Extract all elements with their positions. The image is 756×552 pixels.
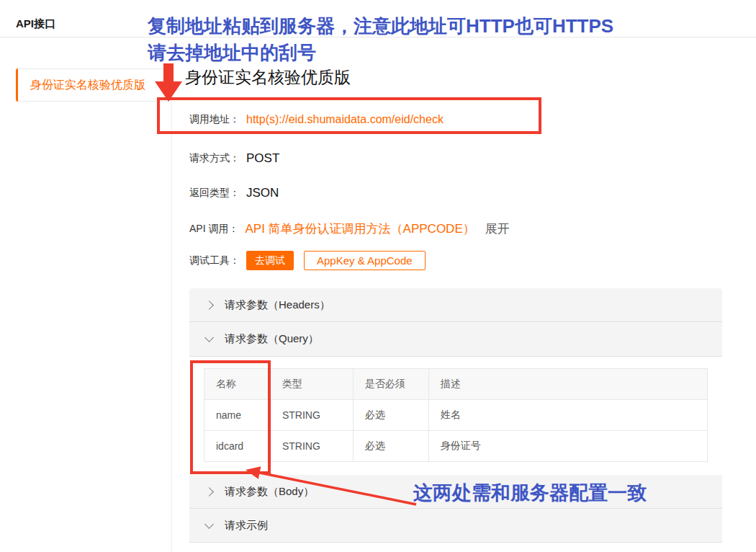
request-url-label: 调用地址： [189, 113, 240, 126]
sidebar-tab-label: 身份证实名核验优质版 [17, 78, 145, 93]
param-name: name [204, 400, 271, 431]
table-row: idcard STRING 必选 身份证号 [204, 431, 708, 462]
api-call-row: API 调用： API 简单身份认证调用方法（APPCODE） 展开 [189, 221, 510, 237]
expand-link[interactable]: 展开 [485, 221, 510, 237]
param-required: 必选 [353, 400, 428, 431]
return-type-row: 返回类型： JSON [189, 186, 279, 200]
param-type: STRING [270, 431, 353, 462]
tab-active-accent [16, 68, 18, 102]
return-type-label: 返回类型： [189, 187, 240, 200]
request-method-value: POST [246, 151, 279, 166]
section-label-query: 请求参数（Query） [225, 332, 319, 346]
col-header-type: 类型 [270, 369, 353, 400]
content-panel-border [171, 69, 172, 552]
table-row: name STRING 必选 姓名 [204, 400, 708, 431]
query-params-table: 名称 类型 是否必须 描述 name STRING 必选 姓名 idcard S… [204, 368, 708, 462]
debug-tools-label: 调试工具： [189, 254, 240, 267]
return-type-value: JSON [246, 186, 279, 200]
section-request-params-query[interactable]: 请求参数（Query） [189, 322, 722, 357]
debug-tools-row: 调试工具： 去调试 AppKey & AppCode [189, 251, 426, 270]
chevron-down-icon [204, 520, 214, 529]
param-name: idcard [204, 431, 271, 462]
request-method-label: 请求方式： [189, 152, 240, 165]
api-call-method: API 简单身份认证调用方法（APPCODE） [245, 221, 474, 237]
col-header-desc: 描述 [428, 369, 707, 400]
sidebar-tab-id-verification[interactable]: 身份证实名核验优质版 [16, 68, 171, 102]
col-header-required: 是否必须 [353, 369, 428, 400]
api-title: 身份证实名核验优质版 [185, 66, 351, 89]
api-call-label: API 调用： [189, 223, 238, 236]
table-header-row: 名称 类型 是否必须 描述 [204, 369, 708, 400]
col-header-name: 名称 [204, 369, 271, 400]
request-method-row: 请求方式： POST [189, 151, 279, 166]
annotation-remove-brackets-note: 请去掉地址中的刮号 [148, 40, 316, 66]
chevron-right-icon [204, 301, 214, 310]
go-debug-button[interactable]: 去调试 [246, 251, 294, 270]
param-required: 必选 [353, 431, 428, 462]
request-url-value: http(s)://eid.shumaidata.com/eid/check [246, 113, 444, 126]
param-desc: 身份证号 [428, 431, 707, 462]
page-title: API接口 [16, 17, 55, 31]
section-label-sample: 请求示例 [225, 519, 268, 533]
annotation-server-config-note: 这两处需和服务器配置一致 [413, 480, 647, 506]
annotation-copy-url-note: 复制地址粘贴到服务器，注意此地址可HTTP也可HTTPS [148, 14, 613, 39]
param-desc: 姓名 [428, 400, 707, 431]
param-type: STRING [270, 400, 353, 431]
appkey-appcode-button[interactable]: AppKey & AppCode [304, 251, 426, 270]
section-request-params-headers[interactable]: 请求参数（Headers） [189, 288, 722, 322]
chevron-down-icon [204, 333, 214, 342]
section-request-sample[interactable]: 请求示例 [189, 509, 722, 543]
request-url-row: 调用地址： http(s)://eid.shumaidata.com/eid/c… [189, 113, 444, 126]
section-label-headers: 请求参数（Headers） [225, 298, 330, 312]
api-doc-page: API接口 身份证实名核验优质版 身份证实名核验优质版 调用地址： http(s… [0, 0, 756, 552]
chevron-right-icon [204, 487, 214, 497]
section-label-body: 请求参数（Body） [225, 485, 314, 499]
